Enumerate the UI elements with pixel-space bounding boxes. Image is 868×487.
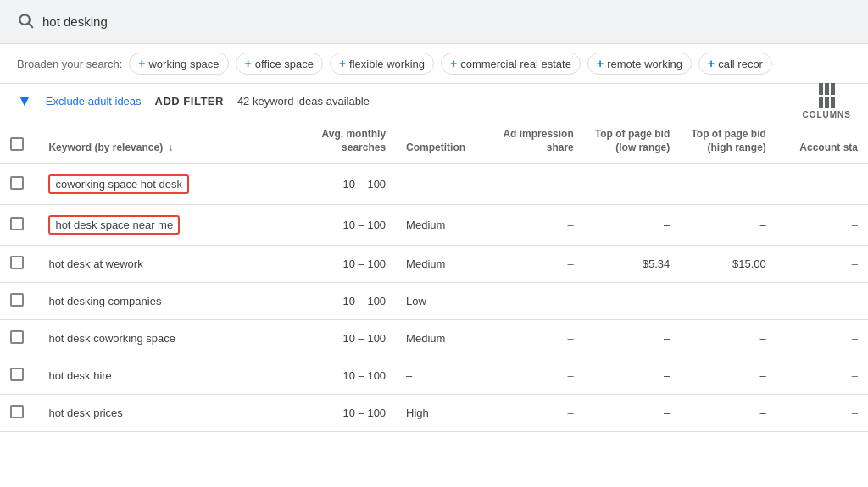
competition-value: Medium [406, 332, 445, 345]
keyword-cell-outlined: hot desk space near me [48, 215, 180, 235]
top-low-value: – [664, 332, 670, 345]
keyword-cell: hot desk coworking space [48, 332, 175, 345]
account-value: – [852, 407, 858, 419]
filter-bar: ▼ Exclude adult ideas ADD FILTER 42 keyw… [0, 84, 868, 119]
chip-plus-icon: + [245, 57, 252, 70]
row-checkbox[interactable] [10, 330, 24, 344]
top-high-value: – [760, 407, 766, 419]
row-checkbox[interactable] [10, 368, 24, 381]
svg-line-1 [29, 24, 33, 28]
top-high-value: – [760, 219, 766, 231]
broaden-label: Broaden your search: [17, 58, 122, 70]
avg-searches: 10 – 100 [342, 369, 386, 382]
table-row: hot desk space near me 10 – 100 Medium –… [0, 205, 868, 246]
search-icon [17, 12, 34, 31]
competition-value: – [406, 369, 412, 382]
chip-office-space[interactable]: + office space [236, 53, 323, 75]
table-row: hot desking companies 10 – 100 Low – – –… [0, 283, 868, 320]
top-low-value: – [664, 219, 670, 231]
chip-call-recor[interactable]: + call recor [698, 53, 772, 75]
select-all-checkbox[interactable] [10, 137, 24, 151]
ad-impression-value: – [568, 219, 574, 231]
search-input[interactable] [42, 14, 509, 29]
table-row: hot desk at wework 10 – 100 Medium – $5.… [0, 246, 868, 283]
keyword-cell: hot desk at wework [48, 257, 142, 270]
ad-impression-value: – [568, 332, 574, 345]
col-header-ad-impression: Ad impression share [503, 128, 573, 153]
keyword-cell: hot desking companies [48, 295, 161, 307]
row-checkbox[interactable] [10, 293, 24, 307]
avg-searches: 10 – 100 [342, 332, 386, 345]
columns-button[interactable]: COLUMNS [802, 83, 851, 119]
account-value: – [852, 332, 858, 345]
avg-searches: 10 – 100 [342, 257, 386, 270]
avg-searches: 10 – 100 [342, 219, 386, 231]
top-low-value: – [664, 178, 670, 191]
chip-plus-icon: + [450, 57, 457, 70]
col-header-competition: Competition [406, 141, 465, 153]
top-high-value: – [760, 178, 766, 191]
competition-value: Medium [406, 257, 445, 270]
chip-label: office space [255, 58, 314, 70]
chip-flexible-working[interactable]: + flexible working [330, 53, 434, 75]
filter-funnel-icon: ▼ [17, 92, 32, 110]
chip-label: flexible working [349, 58, 425, 70]
search-bar [0, 0, 868, 44]
exclude-adult-ideas-link[interactable]: Exclude adult ideas [46, 95, 142, 108]
chip-plus-icon: + [597, 57, 604, 70]
top-high-value: – [760, 369, 766, 382]
chip-label: remote working [607, 58, 682, 70]
account-value: – [852, 369, 858, 382]
col-header-top-high: Top of page bid (high range) [691, 128, 765, 153]
competition-value: – [406, 178, 412, 191]
account-value: – [852, 295, 858, 307]
row-checkbox[interactable] [10, 217, 24, 230]
col-header-avg: Avg. monthly searches [322, 128, 387, 153]
chip-label: working space [148, 58, 219, 70]
broaden-row: Broaden your search: + working space + o… [0, 44, 868, 84]
table-row: hot desk prices 10 – 100 High – – – – [0, 395, 868, 432]
columns-label: COLUMNS [802, 110, 851, 119]
chip-remote-working[interactable]: + remote working [587, 53, 692, 75]
top-high-value: $15.00 [732, 257, 766, 270]
table-row: hot desk hire 10 – 100 – – – – – [0, 357, 868, 395]
row-checkbox[interactable] [10, 176, 24, 190]
row-checkbox[interactable] [10, 256, 24, 269]
competition-value: Medium [406, 219, 445, 231]
table-row: hot desk coworking space 10 – 100 Medium… [0, 320, 868, 357]
account-value: – [852, 178, 858, 191]
chip-working-space[interactable]: + working space [129, 53, 228, 75]
ad-impression-value: – [568, 257, 574, 270]
col-header-top-low: Top of page bid (low range) [595, 128, 670, 153]
columns-icon [819, 83, 835, 108]
keyword-cell-outlined: coworking space hot desk [48, 174, 189, 194]
chip-commercial-real-estate[interactable]: + commercial real estate [441, 53, 581, 75]
chip-plus-icon: + [339, 57, 346, 70]
ad-impression-value: – [568, 295, 574, 307]
competition-value: Low [406, 295, 426, 307]
chip-label: commercial real estate [460, 58, 571, 70]
col-header-account: Account sta [799, 141, 858, 153]
account-value: – [852, 257, 858, 270]
avg-searches: 10 – 100 [342, 295, 386, 307]
keyword-table-wrap: Keyword (by relevance) ↓ Avg. monthly se… [0, 119, 868, 476]
ad-impression-value: – [568, 369, 574, 382]
row-checkbox[interactable] [10, 405, 24, 418]
top-low-value: – [664, 407, 670, 419]
top-low-value: – [664, 295, 670, 307]
keyword-cell: hot desk hire [48, 369, 111, 382]
sort-arrow-icon: ↓ [168, 141, 173, 153]
table-row: coworking space hot desk 10 – 100 – – – … [0, 163, 868, 205]
keyword-count-label: 42 keyword ideas available [237, 95, 370, 108]
ad-impression-value: – [568, 407, 574, 419]
col-header-keyword: Keyword (by relevance) [48, 141, 163, 153]
account-value: – [852, 219, 858, 231]
chip-label: call recor [718, 58, 763, 70]
top-low-value: $5.34 [643, 257, 670, 270]
avg-searches: 10 – 100 [342, 178, 386, 191]
keyword-cell: hot desk prices [48, 407, 122, 419]
add-filter-button[interactable]: ADD FILTER [155, 95, 224, 108]
chip-plus-icon: + [138, 57, 145, 70]
keyword-table: Keyword (by relevance) ↓ Avg. monthly se… [0, 119, 868, 432]
top-high-value: – [760, 332, 766, 345]
